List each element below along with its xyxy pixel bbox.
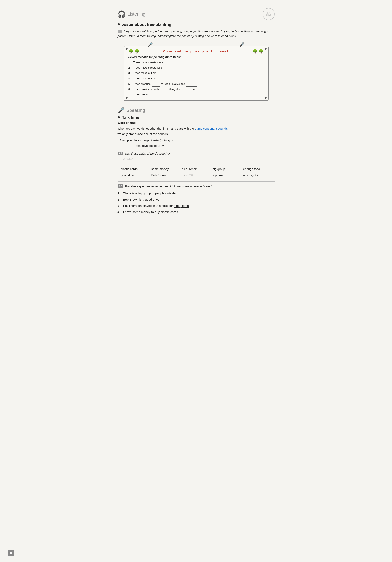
item-text: Trees make streets more . (133, 60, 177, 65)
sentence-text: I have some money to buy plastic cards. (123, 209, 179, 215)
word-pair-cell: enough food (242, 166, 273, 172)
list-item: 1Trees make streets more . (128, 60, 264, 65)
trees-right: 🌳 🌳 (253, 49, 264, 54)
blank-5b (186, 81, 197, 87)
example1: latest target /ˈleɪtɪs(t) ˈtɑːɡɪt/ (135, 139, 173, 142)
blank-2 (163, 65, 174, 71)
listening-header: 🎧 Listening 課文 聽聽看 (118, 8, 275, 20)
word-linking-title: Word linking (I) (118, 121, 275, 124)
poster-corner-br (265, 97, 266, 99)
a1-header: A1 Say these pairs of words together. (118, 152, 275, 155)
sentence-number: 3 (118, 203, 121, 209)
microphone-top-row: 🎤 🎤 (124, 42, 269, 47)
sentence-item: 4 I have some money to buy plastic cards… (118, 209, 275, 215)
blank-6c (197, 87, 206, 92)
link-some: some (132, 210, 140, 214)
item-text: Trees produce to keep us alive and . (133, 81, 199, 87)
list-item: 3Trees make our air . (128, 70, 264, 76)
link-driver: driver (153, 198, 161, 201)
poster-corner-tl (126, 48, 128, 50)
poster-box: 🌳 🌳 Come and help us plant trees! 🌳 🌳 Se… (124, 46, 269, 101)
watermark-text: 版 權 版 頁 (123, 157, 275, 160)
talk-time-text: Talk time (122, 115, 139, 120)
listening-label: Listening (128, 12, 145, 17)
same-consonant-text: same consonant sounds, (195, 127, 229, 130)
sentence-item: 3 Pat Thomson stayed in this hotel for n… (118, 203, 275, 209)
word-pair-cell: some money (150, 166, 181, 172)
speaking-mic-icon: 🎤 (118, 107, 125, 114)
listening-intro: Judy's school will take part in a tree-p… (118, 29, 275, 38)
poster-container: 🎤 🎤 🌳 🌳 Come and help us plant trees! 🌳 … (124, 42, 269, 101)
divider-bottom (118, 181, 275, 182)
a2-instruction: Practise saying these sentences. Link th… (125, 185, 212, 188)
item-text: Trees make our air . (133, 76, 169, 81)
blank-1 (164, 60, 175, 65)
poster-headline: Come and help us plant trees! (163, 49, 229, 53)
word-pair-cell: big group (211, 166, 242, 172)
poster-corner-bl (126, 97, 128, 99)
poster-section-title: A poster about tree-planting (118, 22, 275, 27)
stamp-text: 課文 聽聽看 (266, 12, 271, 16)
poster-list: 1Trees make streets more . 2Trees make s… (128, 60, 264, 97)
divider-top (118, 162, 275, 163)
blank-5a (152, 81, 160, 87)
talk-time-title: ATalk time (118, 115, 275, 120)
word-pair-cell: clear report (181, 166, 211, 172)
poster-corner-tr (265, 48, 266, 50)
word-pair-cell: most TV (181, 172, 211, 178)
list-item: 4Trees make our air . (128, 76, 264, 81)
a1-label: A1 (118, 152, 123, 155)
link-cards: cards (170, 210, 178, 214)
item-text: Trees are in . (133, 92, 161, 97)
list-item: 6Trees provide us with things like and . (128, 87, 264, 92)
audio-dot (118, 30, 122, 33)
sentence-text: Pat Thomson stayed in this hotel for nin… (123, 203, 190, 209)
sentence-number: 1 (118, 190, 121, 196)
tree-icon-1: 🌳 (128, 49, 134, 54)
intro-text-content: Judy's school will take part in a tree-p… (118, 29, 269, 38)
link-money: money (141, 210, 150, 214)
sentence-item: 1 There is a big group of people outside… (118, 190, 275, 196)
sentence-number: 2 (118, 196, 121, 203)
link-bob: b (127, 198, 129, 201)
blank-3 (157, 70, 168, 76)
list-item: 7Trees are in . (128, 92, 264, 97)
item-text: Trees make our air . (133, 70, 169, 76)
trees-left: 🌳 🌳 (128, 49, 139, 54)
example2: best toys /bes(t) tɔɪz/ (136, 144, 164, 147)
sentence-text: Bob Brown is a good driver. (123, 196, 161, 203)
blank-6a (160, 87, 168, 92)
word-pair-cell: nine nights (242, 172, 273, 178)
word-linking-body: When we say words together that finish a… (118, 126, 275, 136)
link-big: big (138, 191, 142, 195)
link-nights: nights (180, 204, 189, 207)
stamp-circle: 課文 聽聽看 (263, 8, 275, 20)
word-pair-cell: plastic cards (120, 166, 150, 172)
word-pair-cell: top prize (211, 172, 242, 178)
item-text: Trees provide us with things like and . (133, 87, 207, 92)
examples-block: Examples: latest target /ˈleɪtɪs(t) ˈtɑː… (120, 138, 275, 148)
list-item: 5Trees produce to keep us alive and . (128, 81, 264, 87)
poster-subtitle: Seven reasons for planting more trees: (128, 55, 264, 59)
list-item: 2Trees make streets less . (128, 65, 264, 71)
mic-top-left: 🎤 (148, 42, 153, 47)
poster-header-row: 🌳 🌳 Come and help us plant trees! 🌳 🌳 (128, 49, 264, 54)
talk-time-letter: A (118, 115, 120, 120)
listening-title-group: 🎧 Listening (118, 10, 145, 18)
tree-icon-3: 🌳 (253, 49, 258, 54)
speaking-label: Speaking (127, 108, 145, 113)
link-plastic: plastic (161, 210, 170, 214)
sentence-text: There is a big group of people outside. (123, 190, 177, 196)
link-brown: Brown (129, 198, 138, 201)
link-good: good (145, 198, 152, 201)
speaking-header: 🎤 Speaking (118, 107, 275, 114)
tree-icon-4: 🌳 (258, 49, 264, 54)
blank-7 (149, 92, 160, 97)
examples-label: Examples: (120, 139, 134, 142)
tree-icon-2: 🌳 (134, 49, 139, 54)
word-pair-cell: good driver (120, 172, 150, 178)
mic-top-right: 🎤 (239, 42, 244, 47)
item-text: Trees make streets less . (133, 65, 175, 71)
body-line1: When we say words together that finish a… (118, 127, 194, 130)
sentence-item: 2 Bob Brown is a good driver. (118, 196, 275, 203)
